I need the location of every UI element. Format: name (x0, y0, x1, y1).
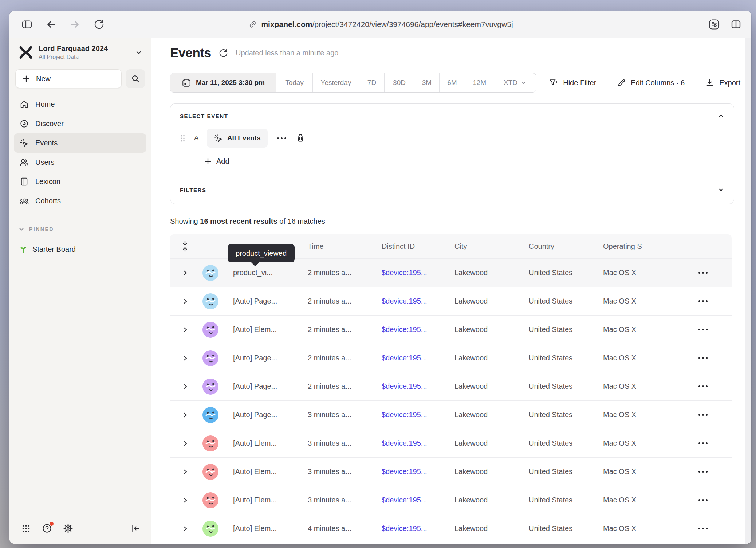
sidebar-item-home[interactable]: Home (14, 95, 146, 114)
edit-columns-button[interactable]: Edit Columns · 6 (617, 78, 685, 87)
preset-3m[interactable]: 3M (414, 73, 439, 92)
event-more-options-button[interactable] (277, 137, 286, 139)
preset-today[interactable]: Today (276, 73, 312, 92)
event-selector-chip[interactable]: All Events (207, 129, 268, 148)
row-actions-button[interactable] (681, 329, 732, 330)
sidebar-toggle-icon[interactable] (20, 18, 34, 31)
hide-filter-button[interactable]: Hide Filter (549, 78, 596, 87)
row-expand-button[interactable] (170, 383, 200, 390)
table-row[interactable]: [Auto] Elem... 4 minutes a... $device:19… (170, 543, 732, 544)
new-button[interactable]: New (15, 69, 122, 88)
row-actions-button[interactable] (681, 471, 732, 473)
table-row[interactable]: [Auto] Elem... 4 minutes a... $device:19… (170, 514, 732, 543)
header-country[interactable]: Country (529, 242, 603, 251)
row-expand-button[interactable] (170, 440, 200, 447)
sidebar-item-discover[interactable]: Discover (14, 114, 146, 133)
distinct-id-link[interactable]: $device:195... (382, 439, 454, 447)
row-actions-button[interactable] (681, 528, 732, 529)
table-row[interactable]: [Auto] Elem... 3 minutes a... $device:19… (170, 486, 732, 514)
table-row[interactable]: [Auto] Elem... 3 minutes a... $device:19… (170, 457, 732, 486)
row-expand-button[interactable] (170, 355, 200, 361)
sidebar-item-lexicon[interactable]: Lexicon (14, 172, 146, 191)
row-actions-button[interactable] (681, 300, 732, 302)
search-button[interactable] (126, 69, 145, 88)
row-expand-button[interactable] (170, 412, 200, 418)
table-row[interactable]: [Auto] Page... 2 minutes a... $device:19… (170, 344, 732, 372)
row-expand-button[interactable] (170, 497, 200, 504)
row-expand-button[interactable] (170, 469, 200, 475)
apps-grid-icon[interactable] (21, 524, 31, 533)
event-name[interactable]: [Auto] Elem... (233, 467, 308, 476)
event-name[interactable]: [Auto] Page... (233, 297, 308, 305)
header-city[interactable]: City (454, 242, 529, 251)
help-button[interactable] (42, 523, 52, 533)
add-event-button[interactable]: Add (204, 157, 724, 165)
preset-12m[interactable]: 12M (465, 73, 494, 92)
table-row[interactable]: [Auto] Elem... 2 minutes a... $device:19… (170, 315, 732, 344)
page-scrollbar[interactable] (745, 38, 751, 544)
event-name[interactable]: [Auto] Page... (233, 382, 308, 391)
event-name[interactable]: [Auto] Elem... (233, 325, 308, 334)
refresh-icon[interactable] (218, 48, 228, 58)
preset-xtd[interactable]: XTD (494, 73, 536, 92)
date-range-current[interactable]: Mar 11, 2025 3:30 pm (170, 73, 276, 92)
table-row[interactable]: [Auto] Elem... 3 minutes a... $device:19… (170, 429, 732, 457)
preset-30d[interactable]: 30D (384, 73, 414, 92)
distinct-id-link[interactable]: $device:195... (382, 524, 454, 533)
chevron-up-icon[interactable] (718, 113, 724, 119)
distinct-id-link[interactable]: $device:195... (382, 354, 454, 362)
row-expand-button[interactable] (170, 525, 200, 532)
row-actions-button[interactable] (681, 442, 732, 444)
sidebar-item-cohorts[interactable]: Cohorts (14, 191, 146, 211)
project-switcher[interactable]: Lord Farquaad 2024 All Project Data (9, 38, 151, 60)
header-os[interactable]: Operating S (603, 242, 681, 251)
back-icon[interactable] (44, 18, 58, 31)
distinct-id-link[interactable]: $device:195... (382, 467, 454, 476)
pinned-section-header[interactable]: PINNED (9, 226, 151, 232)
forward-icon[interactable] (68, 18, 82, 31)
row-actions-button[interactable] (681, 385, 732, 387)
page-settings-icon[interactable] (708, 18, 721, 31)
event-name[interactable]: [Auto] Elem... (233, 524, 308, 533)
distinct-id-link[interactable]: $device:195... (382, 382, 454, 391)
row-expand-button[interactable] (170, 298, 200, 305)
row-actions-button[interactable] (681, 357, 732, 359)
settings-gear-icon[interactable] (63, 523, 73, 533)
row-expand-button[interactable] (170, 326, 200, 333)
preset-7d[interactable]: 7D (359, 73, 384, 92)
distinct-id-link[interactable]: $device:195... (382, 411, 454, 419)
event-name[interactable]: [Auto] Page... (233, 411, 308, 419)
distinct-id-link[interactable]: $device:195... (382, 496, 454, 504)
table-row[interactable]: [Auto] Page... 2 minutes a... $device:19… (170, 287, 732, 315)
preset-yesterday[interactable]: Yesterday (312, 73, 359, 92)
preset-6m[interactable]: 6M (439, 73, 465, 92)
distinct-id-link[interactable]: $device:195... (382, 325, 454, 334)
event-name[interactable]: [Auto] Elem... (233, 439, 308, 447)
row-actions-button[interactable] (681, 414, 732, 416)
split-view-icon[interactable] (729, 18, 743, 31)
distinct-id-link[interactable]: $device:195... (382, 269, 454, 277)
event-name[interactable]: [Auto] Elem... (233, 496, 308, 504)
row-actions-button[interactable] (681, 272, 732, 274)
reload-icon[interactable] (92, 18, 106, 31)
drag-handle-icon[interactable] (180, 134, 185, 142)
export-button[interactable]: Export (705, 78, 740, 87)
table-row[interactable]: [Auto] Page... 3 minutes a... $device:19… (170, 400, 732, 429)
header-distinct-id[interactable]: Distinct ID (382, 242, 454, 251)
sidebar-item-users[interactable]: Users (14, 153, 146, 172)
row-actions-button[interactable] (681, 499, 732, 501)
events-table: product_viewed Time Distinct ID City Cou… (170, 234, 732, 544)
collapse-sidebar-icon[interactable] (130, 523, 141, 533)
event-name[interactable]: [Auto] Page... (233, 354, 308, 362)
sidebar-item-starter-board[interactable]: Starter Board (9, 245, 151, 254)
table-row[interactable]: [Auto] Page... 2 minutes a... $device:19… (170, 372, 732, 400)
row-expand-button[interactable] (170, 270, 200, 276)
sidebar-item-events[interactable]: Events (14, 133, 146, 153)
url-bar[interactable]: mixpanel.com/project/3472420/view/397469… (248, 20, 513, 29)
event-name[interactable]: product_vi... (233, 269, 308, 277)
trash-icon[interactable] (296, 133, 305, 143)
distinct-id-link[interactable]: $device:195... (382, 297, 454, 305)
filters-section[interactable]: FILTERS (170, 176, 734, 204)
collapse-all-rows-button[interactable] (170, 240, 200, 253)
header-time[interactable]: Time (308, 242, 382, 251)
